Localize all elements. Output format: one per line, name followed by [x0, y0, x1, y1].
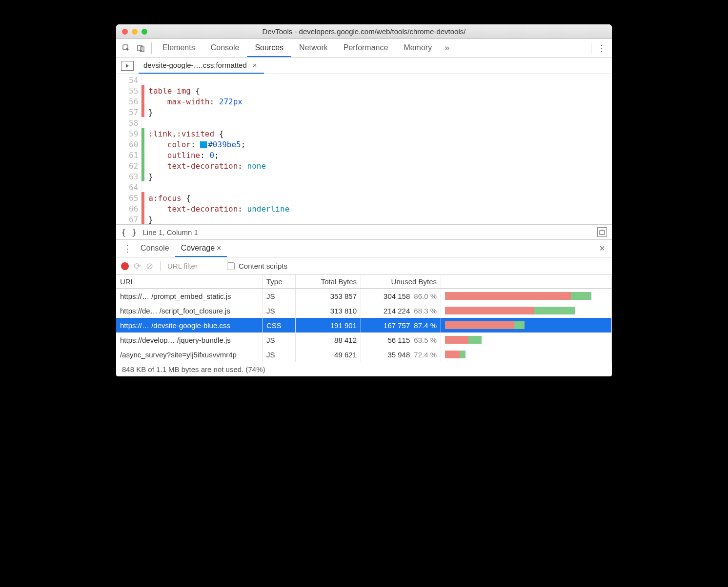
coverage-table: URL Type Total Bytes Unused Bytes https:…: [116, 275, 612, 376]
col-header-url[interactable]: URL: [116, 275, 263, 288]
tab-elements[interactable]: Elements: [155, 39, 203, 57]
record-button[interactable]: [121, 262, 129, 270]
coverage-row[interactable]: https://de… /script_foot_closure.jsJS313…: [116, 303, 612, 318]
svg-rect-3: [600, 231, 605, 235]
tab-memory[interactable]: Memory: [396, 39, 440, 57]
coverage-summary: 848 KB of 1.1 MB bytes are not used. (74…: [116, 362, 612, 376]
file-tab-label: devsite-google-….css:formatted: [143, 61, 247, 69]
tab-console[interactable]: Console: [203, 39, 247, 57]
separator: [151, 42, 152, 54]
pretty-print-icon[interactable]: { }: [121, 227, 137, 237]
col-header-type[interactable]: Type: [263, 275, 296, 288]
editor-status-bar: { } Line 1, Column 1: [116, 224, 612, 240]
window-title: DevTools - developers.google.com/web/too…: [116, 27, 612, 36]
drawer-tabbar: ⋮ Console Coverage × ×: [116, 240, 612, 257]
svg-rect-1: [138, 45, 142, 51]
coverage-row[interactable]: /async_survey?site=ylj5ifxusvvmr4pJS49 6…: [116, 347, 612, 362]
close-drawer-tab-icon[interactable]: ×: [217, 244, 221, 253]
drawer-tab-console[interactable]: Console: [135, 240, 175, 257]
content-scripts-label: Content scripts: [239, 262, 287, 270]
tab-sources[interactable]: Sources: [247, 39, 291, 57]
window-controls: [116, 29, 147, 35]
titlebar: DevTools - developers.google.com/web/too…: [116, 24, 612, 39]
more-tabs-icon[interactable]: »: [440, 41, 454, 56]
drawer-menu-icon[interactable]: ⋮: [120, 243, 135, 254]
coverage-toolbar: ⟳ ⊘ URL filter Content scripts: [116, 257, 612, 275]
source-file-tab-bar: devsite-google-….css:formatted ×: [116, 58, 612, 74]
device-toolbar-icon[interactable]: [134, 41, 148, 56]
code-editor[interactable]: 545556575859606162636465666768 table img…: [116, 74, 612, 224]
tab-network[interactable]: Network: [291, 39, 336, 57]
kebab-menu-icon[interactable]: ⋮: [594, 41, 609, 56]
clear-icon[interactable]: ⊘: [146, 261, 153, 272]
separator: [160, 261, 161, 271]
show-navigator-icon[interactable]: [121, 61, 134, 71]
col-header-unused[interactable]: Unused Bytes: [361, 275, 441, 288]
devtools-window: DevTools - developers.google.com/web/too…: [116, 24, 612, 376]
coverage-table-header: URL Type Total Bytes Unused Bytes: [116, 275, 612, 289]
close-tab-icon[interactable]: ×: [251, 60, 259, 70]
close-drawer-icon[interactable]: ×: [596, 243, 608, 254]
toggle-sidebar-icon[interactable]: [597, 227, 607, 237]
coverage-row[interactable]: https://… /prompt_embed_static.jsJS353 8…: [116, 289, 612, 303]
zoom-window-button[interactable]: [142, 29, 147, 35]
separator: [591, 42, 591, 54]
tab-performance[interactable]: Performance: [336, 39, 396, 57]
minimize-window-button[interactable]: [132, 29, 138, 35]
close-window-button[interactable]: [122, 29, 128, 35]
col-header-bar: [441, 275, 612, 288]
col-header-total[interactable]: Total Bytes: [296, 275, 361, 288]
drawer-tab-coverage[interactable]: Coverage ×: [175, 240, 227, 257]
line-number-gutter: 545556575859606162636465666768: [116, 74, 142, 224]
url-filter-input[interactable]: URL filter: [167, 262, 198, 270]
coverage-row[interactable]: https://develop… /jquery-bundle.jsJS88 4…: [116, 333, 612, 347]
cursor-position: Line 1, Column 1: [143, 228, 198, 236]
inspect-element-icon[interactable]: [119, 41, 134, 56]
code-content[interactable]: table img { max-width: 272px}:link,:visi…: [144, 74, 289, 224]
reload-icon[interactable]: ⟳: [134, 261, 141, 272]
main-toolbar: Elements Console Sources Network Perform…: [116, 39, 612, 58]
file-tab[interactable]: devsite-google-….css:formatted ×: [139, 58, 264, 74]
coverage-row[interactable]: https://… /devsite-google-blue.cssCSS191…: [116, 318, 612, 333]
content-scripts-checkbox[interactable]: [227, 262, 235, 270]
